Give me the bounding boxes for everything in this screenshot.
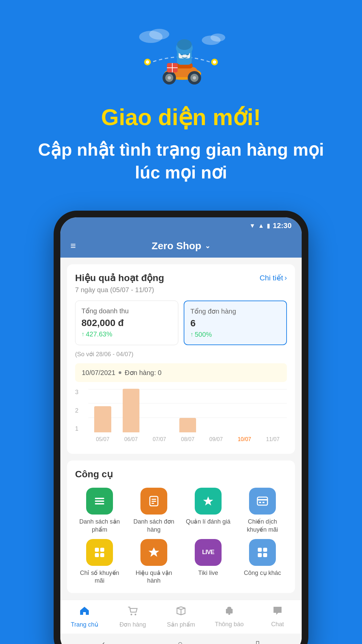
svg-point-3 <box>210 34 225 42</box>
nav-home[interactable]: Trang chủ <box>60 600 109 634</box>
order-list-icon <box>140 488 167 515</box>
nav-notifications-label: Thông báo <box>215 621 244 628</box>
menu-icon[interactable]: ≡ <box>70 240 76 251</box>
tool-review-mgmt[interactable]: Quản lí đánh giá <box>184 488 233 534</box>
svg-rect-32 <box>152 503 154 504</box>
metrics-grid: Tổng doanh thu 802,000 đ 427.63% Tổng đơ… <box>75 301 287 345</box>
x-label-0505: 05/07 <box>88 436 117 442</box>
svg-point-5 <box>146 60 149 64</box>
svg-rect-28 <box>95 503 104 504</box>
battery-icon: ▮ <box>267 222 270 229</box>
promotion-label: Chiến dịch khuyến mãi <box>238 518 287 534</box>
nav-notifications[interactable]: Thông báo <box>205 600 253 634</box>
bar-09-07 <box>202 389 230 432</box>
perf-date: 7 ngày qua (05/07 - 11/07) <box>75 286 287 294</box>
status-icons: ▼ ▲ ▮ 12:30 <box>249 221 292 230</box>
review-mgmt-label: Quản lí đánh giá <box>186 518 230 526</box>
bar-06-07 <box>117 389 145 432</box>
product-list-label: Danh sách sản phẩm <box>75 518 124 534</box>
hero-illustration <box>127 20 235 94</box>
tools-title: Công cụ <box>75 469 287 480</box>
revenue-value: 802,000 đ <box>81 318 172 328</box>
status-bar: ▼ ▲ ▮ 12:30 <box>60 217 302 234</box>
nav-home-label: Trang chủ <box>71 621 98 628</box>
svg-point-47 <box>131 613 132 615</box>
tool-order-list[interactable]: Danh sách đơn hàng <box>129 488 178 534</box>
svg-rect-37 <box>262 502 264 503</box>
perf-title: Hiệu quả hoạt động <box>75 272 164 283</box>
revenue-box: Tổng doanh thu 802,000 đ 427.63% <box>75 301 178 345</box>
app-header: ≡ Zero Shop ⌄ <box>60 234 302 258</box>
svg-rect-38 <box>95 548 99 552</box>
date-highlight: 10/07/2021 Đơn hàng: 0 <box>75 363 287 382</box>
y-label-2: 2 <box>75 407 85 414</box>
svg-point-22 <box>177 39 192 50</box>
promo-index-icon <box>86 539 113 566</box>
detail-link[interactable]: Chi tiết › <box>259 274 287 282</box>
back-button[interactable]: ‹ <box>102 639 105 644</box>
x-label-0807: 08/07 <box>174 436 202 442</box>
tools-grid: Danh sách sản phẩm <box>75 488 287 585</box>
phone-frame: ▼ ▲ ▮ 12:30 ≡ Zero Shop ⌄ <box>54 211 308 644</box>
nav-products[interactable]: Sản phẩm <box>157 600 205 634</box>
orders-icon <box>127 605 138 619</box>
svg-rect-30 <box>152 499 156 500</box>
review-mgmt-icon <box>195 488 222 515</box>
svg-rect-50 <box>228 613 230 615</box>
nav-orders[interactable]: Đơn hàng <box>109 600 157 634</box>
home-icon <box>79 605 90 619</box>
signal-icon: ▼ <box>249 222 255 229</box>
svg-point-12 <box>168 76 171 79</box>
y-axis-labels: 1 2 3 <box>75 389 85 432</box>
tool-tiki-live[interactable]: LIVE Tiki live <box>184 539 233 585</box>
bar-chart: 1 2 3 <box>75 389 287 442</box>
nav-chat[interactable]: Chat <box>253 600 302 634</box>
bar-07-07 <box>145 389 174 432</box>
svg-rect-39 <box>100 548 104 552</box>
shop-name-container[interactable]: Zero Shop ⌄ <box>152 240 210 252</box>
bottom-nav: Trang chủ Đơn hàng <box>60 600 302 634</box>
svg-rect-27 <box>95 500 104 502</box>
app-content: Hiệu quả hoạt động Chi tiết › 7 ngày qua… <box>60 264 302 644</box>
chat-icon <box>272 605 283 619</box>
revenue-change: 427.63% <box>81 330 172 338</box>
bar-11-07 <box>258 389 287 432</box>
y-label-3: 3 <box>75 389 85 396</box>
svg-rect-36 <box>259 502 261 503</box>
tool-product-list[interactable]: Danh sách sản phẩm <box>75 488 124 534</box>
svg-point-48 <box>135 613 136 615</box>
products-icon <box>176 605 186 619</box>
svg-marker-33 <box>203 496 213 505</box>
bar-05-07 <box>88 389 117 432</box>
svg-rect-31 <box>152 501 156 502</box>
hero-section: Giao diện mới! Cập nhật tình trạng gian … <box>0 0 362 194</box>
svg-point-7 <box>213 60 216 64</box>
tool-promo-index[interactable]: Chỉ số khuyến mãi <box>75 539 124 585</box>
promo-index-label: Chỉ số khuyến mãi <box>75 569 124 585</box>
other-tools-icon <box>249 539 276 566</box>
x-label-0607: 06/07 <box>117 436 145 442</box>
bar-08-07 <box>174 389 202 432</box>
svg-point-15 <box>193 76 196 79</box>
notifications-icon <box>224 605 235 619</box>
svg-point-1 <box>149 29 169 40</box>
recents-button[interactable]: ▯ <box>255 639 260 644</box>
svg-rect-41 <box>100 553 104 557</box>
svg-rect-45 <box>258 553 262 557</box>
tool-operation-perf[interactable]: Hiệu quả vận hành <box>129 539 178 585</box>
tool-promotion[interactable]: Chiến dịch khuyến mãi <box>238 488 287 534</box>
tool-other[interactable]: Công cụ khác <box>238 539 287 585</box>
x-label-0907: 09/07 <box>202 436 230 442</box>
svg-marker-42 <box>148 547 159 557</box>
tiki-live-label: Tiki live <box>198 569 218 577</box>
hero-subtitle: Cập nhật tình trạng gian hàng mọi lúc mọ… <box>13 139 349 184</box>
svg-rect-46 <box>263 553 267 557</box>
operation-perf-label: Hiệu quả vận hành <box>129 569 178 585</box>
chevron-right-icon: › <box>285 274 287 282</box>
home-button[interactable]: ○ <box>178 639 183 644</box>
y-label-1: 1 <box>75 425 85 432</box>
perf-header: Hiệu quả hoạt động Chi tiết › <box>75 272 287 283</box>
orders-value: 6 <box>190 318 280 329</box>
x-label-0707: 07/07 <box>145 436 174 442</box>
nav-orders-label: Đơn hàng <box>119 621 146 628</box>
